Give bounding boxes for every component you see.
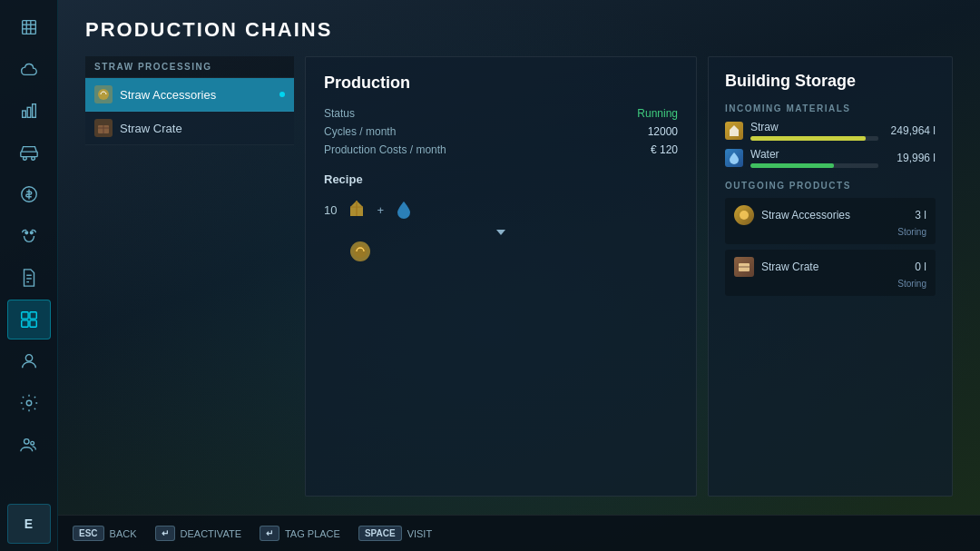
storage-panel: Building Storage INCOMING MATERIALS Stra… — [708, 56, 953, 497]
production-title: Production — [324, 74, 678, 93]
svg-rect-19 — [21, 320, 27, 327]
outgoing-crate-row: Straw Crate 0 l — [734, 257, 926, 277]
svg-point-25 — [98, 89, 109, 100]
recipe-arrow — [324, 230, 678, 235]
chain-item-straw-accessories[interactable]: Straw Accessories — [85, 78, 294, 112]
recipe-section: Recipe 10 + — [324, 172, 678, 264]
storage-title: Building Storage — [725, 72, 936, 91]
panels-row: STRAW PROCESSING Straw Accessories — [85, 56, 953, 497]
accessories-outgoing-icon — [734, 205, 754, 225]
svg-point-13 — [30, 231, 33, 234]
sidebar-item-finances[interactable] — [7, 174, 51, 214]
storage-straw: Straw 249,964 l — [725, 121, 936, 141]
svg-rect-5 — [22, 111, 25, 117]
straw-ingredient-icon — [344, 197, 369, 222]
sidebar-item-vehicles[interactable] — [7, 133, 51, 172]
water-progress-bar — [750, 163, 878, 168]
crate-outgoing-status: Storing — [734, 279, 926, 289]
stat-costs: Production Costs / month € 120 — [324, 143, 678, 156]
svg-point-10 — [31, 157, 34, 161]
straw-bar-container: Straw — [750, 121, 878, 141]
recipe-plus: + — [377, 203, 384, 217]
accessories-outgoing-amount: 3 l — [915, 209, 926, 221]
visit-badge: SPACE — [358, 526, 402, 541]
selected-indicator — [279, 92, 285, 97]
stat-costs-value: € 120 — [651, 143, 678, 156]
svg-point-35 — [740, 211, 749, 220]
straw-crate-icon — [94, 119, 113, 137]
svg-rect-6 — [27, 107, 31, 117]
hotkey-tagplace: ↵ TAG PLACE — [260, 526, 340, 541]
deactivate-badge: ↵ — [155, 526, 175, 541]
page-title: PRODUCTION CHAINS — [85, 18, 953, 42]
sidebar-item-extra[interactable]: E — [7, 504, 51, 544]
outgoing-crate: Straw Crate 0 l Storing — [725, 250, 936, 296]
sidebar-item-map[interactable] — [7, 7, 51, 47]
sidebar-item-animals[interactable] — [7, 216, 51, 256]
visit-label: VISIT — [407, 528, 433, 539]
outgoing-label: OUTGOING PRODUCTS — [725, 181, 936, 191]
sidebar-item-production[interactable] — [7, 300, 51, 339]
svg-point-33 — [354, 245, 367, 258]
water-amount: 19,996 l — [886, 152, 936, 164]
svg-rect-36 — [739, 263, 750, 271]
stat-cycles: Cycles / month 12000 — [324, 125, 678, 138]
tagplace-label: TAG PLACE — [285, 528, 340, 539]
stat-costs-label: Production Costs / month — [324, 143, 446, 156]
stat-status-value: Running — [637, 107, 678, 120]
outgoing-accessories-row: Straw Accessories 3 l — [734, 205, 926, 225]
svg-rect-20 — [29, 320, 35, 327]
tagplace-badge: ↵ — [260, 526, 279, 541]
stat-cycles-value: 12000 — [648, 125, 678, 138]
svg-marker-34 — [730, 125, 739, 136]
svg-point-24 — [30, 441, 34, 445]
esc-badge: ESC — [73, 526, 104, 541]
stat-status-label: Status — [324, 107, 355, 120]
water-ingredient-icon — [391, 197, 416, 222]
svg-rect-18 — [29, 312, 35, 319]
chain-item-crate-label: Straw Crate — [120, 122, 182, 135]
straw-progress-bar — [750, 136, 878, 141]
hotkey-esc: ESC BACK — [73, 526, 137, 541]
sidebar-item-stats[interactable] — [7, 91, 51, 131]
production-panel: Production Status Running Cycles / month… — [305, 56, 697, 497]
incoming-label: INCOMING MATERIALS — [725, 103, 936, 113]
water-bar-fill — [750, 163, 834, 168]
recipe-amount: 10 — [324, 203, 337, 217]
crate-outgoing-name: Straw Crate — [761, 261, 907, 273]
deactivate-label: DEACTIVATE — [181, 528, 241, 539]
recipe-result — [348, 239, 678, 264]
svg-point-22 — [26, 400, 32, 406]
svg-point-12 — [24, 231, 27, 234]
stat-cycles-label: Cycles / month — [324, 125, 396, 138]
sidebar-item-weather[interactable] — [7, 49, 51, 89]
svg-rect-0 — [22, 21, 35, 34]
sidebar-item-social[interactable] — [7, 425, 51, 465]
chain-item-straw-crate[interactable]: Straw Crate — [85, 112, 294, 145]
straw-accessories-icon — [94, 85, 113, 103]
esc-label: BACK — [110, 528, 137, 539]
sidebar: E — [0, 0, 58, 551]
sidebar-item-contracts[interactable] — [7, 258, 51, 298]
hotkey-deactivate: ↵ DEACTIVATE — [155, 526, 241, 541]
straw-bar-fill — [750, 136, 866, 141]
water-name: Water — [750, 148, 878, 161]
water-bar-container: Water — [750, 148, 878, 168]
chain-section-header: STRAW PROCESSING — [85, 56, 294, 78]
sidebar-item-settings[interactable] — [7, 383, 51, 423]
svg-point-23 — [24, 439, 29, 445]
water-storage-icon — [725, 149, 743, 167]
storage-water: Water 19,996 l — [725, 148, 936, 168]
chevron-down-icon — [496, 230, 505, 235]
outgoing-accessories: Straw Accessories 3 l Storing — [725, 198, 936, 244]
straw-name: Straw — [750, 121, 878, 133]
recipe-formula: 10 + — [324, 197, 678, 222]
outgoing-section: OUTGOING PRODUCTS Straw Accessories 3 l … — [725, 181, 936, 296]
svg-rect-8 — [20, 152, 36, 157]
svg-point-9 — [23, 157, 26, 161]
chain-list-panel: STRAW PROCESSING Straw Accessories — [85, 56, 294, 497]
svg-rect-17 — [21, 312, 27, 319]
accessories-outgoing-name: Straw Accessories — [761, 209, 907, 221]
crate-outgoing-icon — [734, 257, 754, 277]
sidebar-item-workers[interactable] — [7, 341, 51, 381]
